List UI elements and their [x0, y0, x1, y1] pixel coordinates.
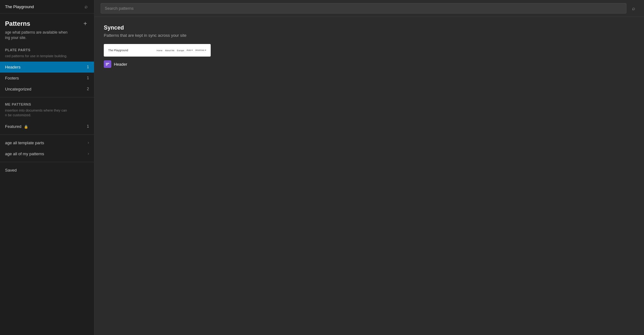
- content-area: Synced Patterns that are kept in sync ac…: [94, 17, 644, 335]
- synced-heading: Synced: [104, 25, 635, 31]
- pattern-header-icon: [104, 60, 111, 68]
- search-submit-icon: ⌕: [632, 6, 635, 11]
- nav-item-featured[interactable]: Featured 🔒 1: [0, 121, 94, 132]
- theme-patterns-desc: insertion into documents where they can …: [0, 108, 94, 121]
- divider-1: [0, 97, 94, 97]
- nav-item-featured-label: Featured 🔒: [5, 124, 28, 129]
- manage-my-patterns-link[interactable]: age all of my patterns ›: [0, 148, 94, 159]
- manage-my-patterns-label: age all of my patterns: [5, 151, 44, 156]
- nav-americas: Americas ▾: [195, 49, 206, 52]
- pattern-preview: The Playground Home About Me Europe Asia…: [104, 44, 211, 57]
- nav-item-uncategorized-count: 2: [87, 87, 89, 91]
- nav-item-headers-label: Headers: [5, 65, 20, 69]
- synced-subheading: Patterns that are kept in sync across yo…: [104, 33, 635, 38]
- saved-label: Saved: [5, 168, 17, 173]
- nav-about: About Me: [165, 49, 175, 52]
- template-parts-desc: ced patterns for use in template buildin…: [0, 54, 94, 62]
- manage-template-parts-link[interactable]: age all template parts ›: [0, 137, 94, 148]
- nav-item-footers-count: 1: [87, 76, 89, 80]
- nav-item-uncategorized[interactable]: Uncategorized 2: [0, 84, 94, 95]
- pattern-card-header[interactable]: The Playground Home About Me Europe Asia…: [104, 44, 211, 57]
- svg-rect-0: [106, 63, 109, 64]
- header-svg-icon: [105, 62, 110, 66]
- divider-3: [0, 162, 94, 162]
- nav-item-footers[interactable]: Footers 1: [0, 73, 94, 84]
- preview-logo: The Playground: [108, 49, 128, 52]
- lock-icon: 🔒: [24, 125, 28, 129]
- nav-europe: Europe: [177, 49, 184, 52]
- divider-2: [0, 135, 94, 135]
- search-icon: ⌕: [85, 4, 88, 9]
- sidebar-search-button[interactable]: ⌕: [83, 3, 89, 11]
- site-title: The Playground: [5, 4, 34, 9]
- nav-asia: Asia ▾: [186, 49, 193, 52]
- svg-rect-2: [106, 65, 107, 65]
- main-content: ⌕ Synced Patterns that are kept in sync …: [94, 0, 644, 335]
- patterns-header: Patterns +: [0, 14, 94, 30]
- patterns-title: Patterns: [5, 20, 30, 27]
- pattern-label-row: Header: [104, 60, 635, 68]
- patterns-description: age what patterns are available when ing…: [0, 30, 94, 46]
- theme-patterns-label: ME PATTERNS: [0, 100, 94, 108]
- pattern-header-name: Header: [114, 62, 127, 67]
- search-submit-button[interactable]: ⌕: [630, 4, 638, 13]
- nav-home: Home: [157, 49, 163, 52]
- nav-item-featured-count: 1: [87, 124, 89, 129]
- add-pattern-button[interactable]: +: [81, 20, 89, 27]
- nav-item-headers-count: 1: [87, 65, 89, 69]
- nav-item-uncategorized-label: Uncategorized: [5, 87, 31, 91]
- search-input[interactable]: [101, 3, 626, 14]
- manage-template-parts-label: age all template parts: [5, 140, 44, 145]
- template-parts-label: PLATE PARTS: [0, 46, 94, 54]
- sidebar-top-bar: The Playground ⌕: [0, 0, 94, 14]
- nav-item-saved[interactable]: Saved: [0, 165, 94, 176]
- nav-item-footers-label: Footers: [5, 76, 19, 80]
- search-bar-container: ⌕: [94, 0, 644, 17]
- preview-nav: Home About Me Europe Asia ▾ Americas ▾: [157, 49, 206, 52]
- chevron-right-icon-2: ›: [88, 151, 89, 156]
- sidebar: The Playground ⌕ Patterns + age what pat…: [0, 0, 94, 335]
- chevron-right-icon: ›: [88, 140, 89, 145]
- svg-rect-1: [106, 64, 108, 64]
- nav-item-headers[interactable]: Headers 1: [0, 62, 94, 73]
